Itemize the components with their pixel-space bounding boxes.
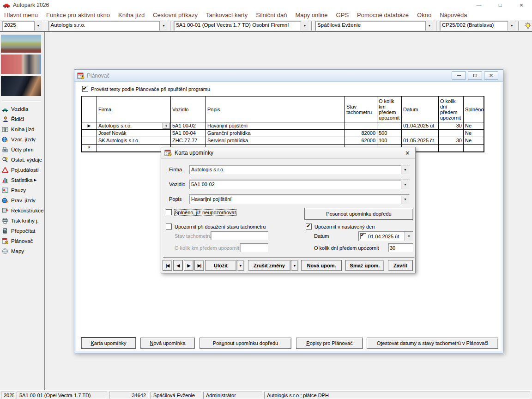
menu-pomocné-databáze[interactable]: Pomocné databáze [353,12,413,18]
table-cell-empty[interactable] [439,145,464,151]
table-cell-popis[interactable]: Servisní prohlídka [206,137,345,144]
zavřít-button[interactable]: Zavřít [388,260,413,271]
toolbar-combo-trip-value[interactable]: CP25/002 (Bratislava) [440,21,508,30]
menu-silniční-daň[interactable]: Silniční daň [252,12,291,18]
close-button[interactable]: ✕ [511,0,532,10]
row-selector[interactable] [82,137,97,144]
column-header-km_predem[interactable]: O kolik km předem upozornit [377,97,402,122]
table-cell-splneno[interactable]: Ne [464,122,484,129]
menu-funkce-pro-aktivní-okno[interactable]: Funkce pro aktivní okno [42,12,114,18]
menu-mapy-online[interactable]: Mapy online [291,12,332,18]
sidebar-item-přepočítat[interactable]: Přepočítat [2,226,43,236]
table-cell-firma[interactable]: Autologis s.r.o.▼ [97,122,171,129]
planner-close-button[interactable]: ✕ [484,71,498,80]
table-cell-vozidlo[interactable]: 5A1 00-02 [171,122,206,129]
popis-value[interactable]: Havarijní pojištění [189,195,401,204]
table-cell-splneno[interactable]: Ne [464,137,484,144]
table-row[interactable]: ▶Autologis s.r.o.▼5A1 00-02Havarijní poj… [82,122,484,130]
dialog-titlebar[interactable]: Karta upomínky ✕ [161,147,415,159]
move-reminder-forward-button[interactable]: Posunout upomínku dopředu [304,208,413,220]
sidebar-item-mapy[interactable]: Mapy [2,246,43,256]
dni-predem-input[interactable] [388,243,413,252]
sidebar-item-statistika[interactable]: Statistika▶ [2,175,43,185]
column-header-splneno[interactable]: Splněno [464,97,484,122]
sidebar-item-plánovač[interactable]: Plánovač [2,236,43,246]
firma-value[interactable]: Autologis s.r.o. [189,165,401,174]
table-cell-km_predem[interactable]: 100 [377,137,402,144]
sidebar-item-účty-phm[interactable]: Účty phm [2,145,43,155]
startup-tests-checkbox[interactable]: Provést testy podle Plánovače při spuště… [82,86,210,92]
sidebar-item-vzor-jízdy[interactable]: Vzor. jízdy [2,134,43,145]
smaž-upom-button[interactable]: Smaž upom. [345,260,384,271]
column-header-firma[interactable]: Firma [97,97,171,122]
date-enabled-checkbox[interactable] [360,233,366,239]
row-selector[interactable]: ▶ [82,122,97,129]
sidebar-item-tisk-knihy-j[interactable]: Tisk knihy j. [2,216,43,226]
firma-dropdown-icon[interactable]: ▼ [401,165,409,174]
firma-combobox[interactable]: Autologis s.r.o. ▼ [189,165,410,175]
datum-dropdown-icon[interactable]: ▼ [405,232,413,241]
table-cell-empty[interactable] [97,145,171,151]
popis-dropdown-icon[interactable]: ▼ [401,195,409,204]
toolbar-combo-company-dropdown-icon[interactable]: ▼ [159,21,167,30]
table-cell-datum[interactable] [402,130,439,137]
sidebar-item-poj-události[interactable]: Poj.události [2,165,43,175]
sidebar-item-vozidla[interactable]: Vozidla [2,104,43,114]
column-header-vozidlo[interactable]: Vozidlo [171,97,206,122]
toolbar-combo-driver-dropdown-icon[interactable]: ▼ [425,21,433,30]
uložit-dropdown-button[interactable]: ▼ [237,260,244,271]
table-cell-splneno[interactable]: Ne [464,130,484,137]
minimize-button[interactable]: — [468,0,490,10]
stav-tachometru-input[interactable] [211,231,268,240]
menu-nápověda[interactable]: Nápověda [435,12,471,18]
uložit-button[interactable]: Uložit [205,260,236,271]
table-cell-km_predem[interactable]: 500 [377,130,402,137]
done-checkbox[interactable]: Splněno, již neupozorňovat [166,209,236,215]
table-cell-datum[interactable]: 01.05.2025 čt [402,137,439,144]
menu-kniha-jízd[interactable]: Kniha jízd [114,12,149,18]
table-cell-popis[interactable]: Garanční prohlídka [206,130,345,137]
table-cell-vozidlo[interactable]: 5A1 00-04 [171,130,206,137]
menu-tankovací-karty[interactable]: Tankovací karty [202,12,252,18]
table-row[interactable]: Josef Novák5A1 00-04Garanční prohlídka82… [82,130,484,137]
zrušit-změny-button[interactable]: Zrušit změny [248,260,290,271]
sidebar-item-ostat-výdaje[interactable]: Ostat. výdaje [2,155,43,165]
sidebar-item-kniha-jízd[interactable]: Kniha jízd [2,124,43,134]
column-header-selector[interactable] [82,97,97,122]
table-cell-km_predem[interactable] [377,122,402,129]
nav-next-button[interactable]: ▶ [184,260,193,271]
sidebar-item-prav-jízdy[interactable]: Prav. jízdy [2,195,43,206]
menu-gps[interactable]: GPS [332,12,353,18]
km-predem-input[interactable] [240,243,268,252]
table-cell-dni_predem[interactable] [439,130,464,137]
column-header-datum[interactable]: Datum [402,97,439,122]
planner-minimize-button[interactable] [452,71,466,80]
menu-cestovní-příkazy[interactable]: Cestovní příkazy [149,12,202,18]
popis-combobox[interactable]: Havarijní pojištění ▼ [189,194,410,204]
column-header-dni_predem[interactable]: O kolik dní předem upozornit [439,97,464,122]
sidebar-item-řidiči[interactable]: Řidiči [2,114,43,124]
table-cell-dni_predem[interactable]: 30 [439,137,464,144]
zrušit-změny-dropdown-button[interactable]: ▼ [291,260,298,271]
day-alert-checkbox[interactable]: Upozornit v nastavený den [306,224,375,230]
table-cell-dni_predem[interactable]: 30 [439,122,464,129]
vozidlo-combobox[interactable]: 5A1 00-02 ▼ [189,180,410,189]
nav-previous-button[interactable]: ◀ [173,260,183,271]
toolbar-combo-year-value[interactable]: 2025 [2,21,34,30]
column-header-popis[interactable]: Popis [206,97,345,122]
datum-picker[interactable]: 01.04.2025 út ▼ [358,231,413,241]
table-cell-firma[interactable]: SK Autologis s.r.o. [97,137,171,144]
planner-titlebar[interactable]: Plánovač ✕ [74,70,503,82]
toolbar-combo-company-value[interactable]: Autologis s.r.o. [49,21,160,30]
popisy-pro-plánovač-button[interactable]: Popisy pro Plánovač [296,338,363,349]
table-cell-vozidlo[interactable]: ZHC-77-77 [171,137,206,144]
table-cell-stav_tachometru[interactable]: 82000 [345,130,377,137]
tips-button[interactable] [522,21,532,31]
toolbar-combo-vehicle-value[interactable]: 5A1 00-01 (Opel Vectra 1.7 TD) Osobní Fi… [174,21,301,30]
table-cell-stav_tachometru[interactable] [345,122,377,129]
table-row[interactable]: SK Autologis s.r.o.ZHC-77-77Servisní pro… [82,137,484,145]
table-cell-firma[interactable]: Josef Novák [97,130,171,137]
cell-dropdown-icon[interactable]: ▼ [163,123,170,129]
toolbar-combo-driver-value[interactable]: Spáčilová Evženie [315,21,425,30]
datum-value[interactable]: 01.04.2025 út [366,234,405,239]
